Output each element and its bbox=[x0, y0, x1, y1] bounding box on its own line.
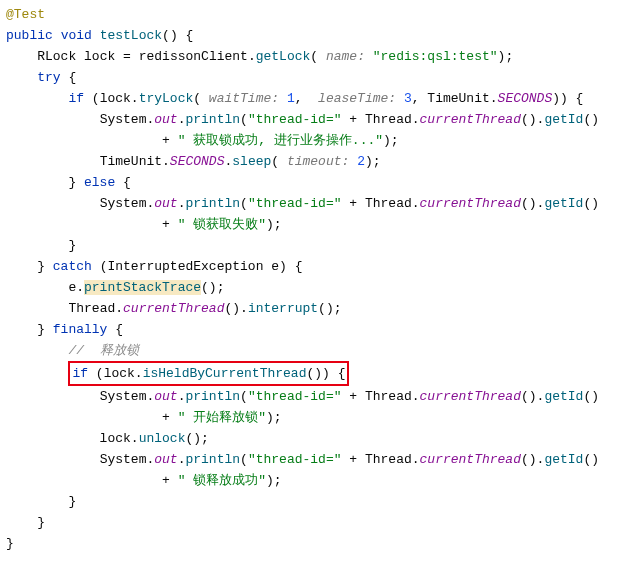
string: "thread-id=" bbox=[248, 196, 342, 211]
string: "thread-id=" bbox=[248, 112, 342, 127]
kw-void: void bbox=[61, 28, 92, 43]
annotation: @Test bbox=[6, 7, 45, 22]
string: "thread-id=" bbox=[248, 452, 342, 467]
param-hint: timeout: bbox=[287, 154, 349, 169]
code-line: System.out.println("thread-id=" + Thread… bbox=[0, 193, 642, 214]
call: isHeldByCurrentThread bbox=[143, 366, 307, 381]
code-line: @Test bbox=[0, 4, 642, 25]
call: unlock bbox=[139, 431, 186, 446]
class: System bbox=[100, 452, 147, 467]
field: out bbox=[154, 112, 177, 127]
code-line: System.out.println("thread-id=" + Thread… bbox=[0, 449, 642, 470]
param-hint: leaseTime: bbox=[318, 91, 396, 106]
class: Thread bbox=[68, 301, 115, 316]
code-line: + " 开始释放锁"); bbox=[0, 407, 642, 428]
field: out bbox=[154, 452, 177, 467]
code-line: + " 锁释放成功"); bbox=[0, 470, 642, 491]
code-line: + " 获取锁成功, 进行业务操作..."); bbox=[0, 130, 642, 151]
field: SECONDS bbox=[498, 91, 553, 106]
code-line: } else { bbox=[0, 172, 642, 193]
code-line: TimeUnit.SECONDS.sleep( timeout: 2); bbox=[0, 151, 642, 172]
code-line: lock.unlock(); bbox=[0, 428, 642, 449]
kw-try: try bbox=[37, 70, 60, 85]
method-name: testLock bbox=[100, 28, 162, 43]
code-line: try { bbox=[0, 67, 642, 88]
kw-if: if bbox=[72, 366, 88, 381]
call: println bbox=[185, 389, 240, 404]
class: Thread bbox=[365, 196, 412, 211]
class: System bbox=[100, 389, 147, 404]
expr: redissonClient. bbox=[139, 49, 256, 64]
call: getId bbox=[544, 452, 583, 467]
call: currentThread bbox=[123, 301, 224, 316]
code-line: public void testLock() { bbox=[0, 25, 642, 46]
param-hint: name: bbox=[326, 49, 365, 64]
class: System bbox=[100, 112, 147, 127]
code-line: System.out.println("thread-id=" + Thread… bbox=[0, 109, 642, 130]
highlight-box: if (lock.isHeldByCurrentThread()) { bbox=[68, 361, 349, 386]
num: 3 bbox=[404, 91, 412, 106]
code-line: e.printStackTrace(); bbox=[0, 277, 642, 298]
string: " 开始释放锁" bbox=[178, 410, 266, 425]
call: getLock bbox=[256, 49, 311, 64]
code-line: } catch (InterruptedException e) { bbox=[0, 256, 642, 277]
code-line: } bbox=[0, 235, 642, 256]
code-line: RLock lock = redissonClient.getLock( nam… bbox=[0, 46, 642, 67]
field: out bbox=[154, 389, 177, 404]
string: " 获取锁成功, 进行业务操作..." bbox=[178, 133, 383, 148]
code-line: } bbox=[0, 533, 642, 554]
kw-public: public bbox=[6, 28, 53, 43]
call-highlighted: printStackTrace bbox=[84, 280, 201, 295]
call: println bbox=[185, 196, 240, 211]
params: () bbox=[162, 28, 178, 43]
string: "redis:qsl:test" bbox=[373, 49, 498, 64]
class: TimeUnit bbox=[100, 154, 162, 169]
code-line-highlighted: if (lock.isHeldByCurrentThread()) { bbox=[0, 361, 642, 386]
code-block: @Test public void testLock() { RLock loc… bbox=[0, 4, 642, 554]
call: currentThread bbox=[420, 389, 521, 404]
var: lock bbox=[84, 49, 115, 64]
string: "thread-id=" bbox=[248, 389, 342, 404]
code-line: if (lock.tryLock( waitTime: 1, leaseTime… bbox=[0, 88, 642, 109]
kw-catch: catch bbox=[53, 259, 92, 274]
string: " 锁获取失败" bbox=[178, 217, 266, 232]
class: Thread bbox=[365, 112, 412, 127]
kw-if: if bbox=[68, 91, 84, 106]
call: println bbox=[185, 112, 240, 127]
type: RLock bbox=[37, 49, 76, 64]
call: getId bbox=[544, 196, 583, 211]
code-line: System.out.println("thread-id=" + Thread… bbox=[0, 386, 642, 407]
class: Thread bbox=[365, 389, 412, 404]
call: currentThread bbox=[420, 112, 521, 127]
call: interrupt bbox=[248, 301, 318, 316]
field: out bbox=[154, 196, 177, 211]
exc-var: e bbox=[271, 259, 279, 274]
code-line: } finally { bbox=[0, 319, 642, 340]
call: println bbox=[185, 452, 240, 467]
class: Thread bbox=[365, 452, 412, 467]
param-hint: waitTime: bbox=[209, 91, 279, 106]
code-line: } bbox=[0, 512, 642, 533]
call: currentThread bbox=[420, 196, 521, 211]
code-line: + " 锁获取失败"); bbox=[0, 214, 642, 235]
string: " 锁释放成功" bbox=[178, 473, 266, 488]
kw-else: else bbox=[84, 175, 115, 190]
code-line: } bbox=[0, 491, 642, 512]
num: 2 bbox=[357, 154, 365, 169]
call: getId bbox=[544, 389, 583, 404]
call: tryLock bbox=[139, 91, 194, 106]
call: currentThread bbox=[420, 452, 521, 467]
code-line: Thread.currentThread().interrupt(); bbox=[0, 298, 642, 319]
class: TimeUnit bbox=[427, 91, 489, 106]
call: getId bbox=[544, 112, 583, 127]
code-line: // 释放锁 bbox=[0, 340, 642, 361]
class: System bbox=[100, 196, 147, 211]
num: 1 bbox=[287, 91, 295, 106]
comment: // 释放锁 bbox=[68, 343, 138, 358]
exc-type: InterruptedException bbox=[107, 259, 263, 274]
kw-finally: finally bbox=[53, 322, 108, 337]
call: sleep bbox=[232, 154, 271, 169]
field: SECONDS bbox=[170, 154, 225, 169]
